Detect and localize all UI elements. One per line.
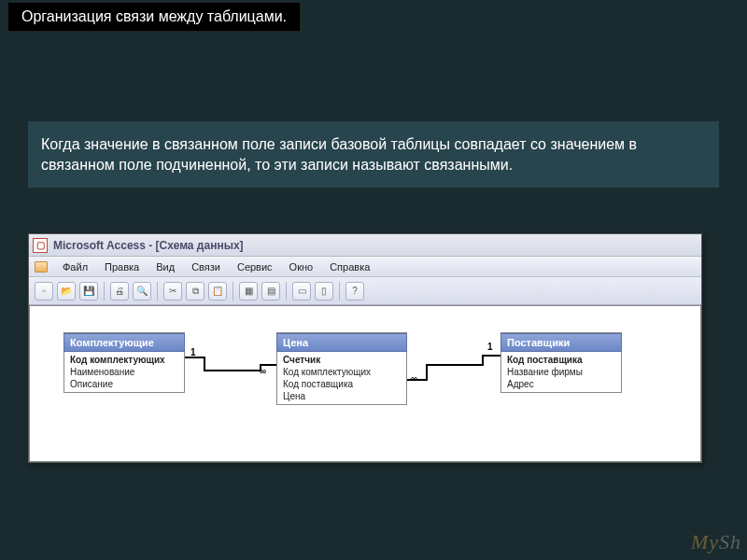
table-show-icon[interactable]: ▤ — [261, 282, 280, 301]
relation-line[interactable] — [204, 357, 205, 370]
menu-relations[interactable]: Связи — [184, 259, 228, 274]
table-row[interactable]: Цена — [281, 390, 402, 402]
relation-line[interactable] — [482, 355, 500, 357]
toolbar-separator — [286, 282, 287, 301]
copy-icon[interactable]: ⧉ — [186, 282, 204, 301]
relation-line[interactable] — [426, 364, 482, 366]
cascade-icon[interactable]: ▭ — [292, 282, 311, 301]
help-icon[interactable]: ? — [345, 282, 364, 301]
watermark: MySh — [691, 530, 741, 554]
table-add-icon[interactable]: ▦ — [239, 282, 258, 301]
table-row[interactable]: Код комплектующих — [68, 354, 180, 366]
menu-edit[interactable]: Правка — [97, 259, 147, 274]
watermark-part1: My — [691, 530, 719, 553]
table-row[interactable]: Счетчик — [281, 354, 402, 366]
open-icon[interactable]: 📂 — [57, 282, 76, 301]
new-icon[interactable]: ▫ — [35, 282, 53, 301]
toolbar-separator — [104, 282, 105, 301]
table-row[interactable]: Код поставщика — [505, 354, 617, 366]
menu-file[interactable]: Файл — [55, 259, 95, 274]
tile-icon[interactable]: ▯ — [315, 282, 333, 301]
paste-icon[interactable]: 📋 — [208, 282, 227, 301]
table-row[interactable]: Адрес — [505, 378, 617, 390]
menu-service[interactable]: Сервис — [230, 259, 280, 274]
table-body: Код комплектующих Наименование Описание — [63, 352, 185, 393]
schema-canvas[interactable]: Комплектующие Код комплектующих Наименов… — [29, 305, 701, 462]
menu-view[interactable]: Вид — [148, 259, 182, 274]
window-control-icon[interactable] — [35, 261, 48, 273]
relation-line[interactable] — [426, 364, 428, 381]
menu-window[interactable]: Окно — [282, 259, 321, 274]
preview-icon[interactable]: 🔍 — [133, 282, 151, 301]
watermark-part2: Sh — [719, 530, 741, 553]
table-body: Счетчик Код комплектующих Код поставщика… — [276, 352, 407, 405]
menubar: Файл Правка Вид Связи Сервис Окно Справк… — [29, 257, 701, 277]
table-row[interactable]: Название фирмы — [505, 366, 617, 378]
relation-line[interactable] — [185, 357, 204, 358]
table-row[interactable]: Код поставщика — [281, 378, 402, 390]
print-icon[interactable]: 🖨 — [110, 282, 129, 301]
menu-help[interactable]: Справка — [322, 259, 377, 274]
table-body: Код поставщика Название фирмы Адрес — [500, 352, 622, 393]
access-app-icon: ▢ — [33, 238, 48, 253]
window-titlebar: ▢ Microsoft Access - [Схема данных] — [29, 234, 701, 257]
toolbar: ▫ 📂 💾 🖨 🔍 ✂ ⧉ 📋 ▦ ▤ ▭ ▯ ? — [29, 277, 701, 305]
slide-title: Организация связи между таблицами. — [7, 2, 301, 32]
table-row[interactable]: Описание — [68, 378, 180, 390]
table-box-postavshchiki[interactable]: Поставщики Код поставщика Название фирмы… — [500, 332, 622, 393]
table-row[interactable]: Код комплектующих — [281, 366, 402, 378]
table-header[interactable]: Поставщики — [500, 333, 622, 352]
window-title: Microsoft Access - [Схема данных] — [53, 239, 244, 252]
toolbar-separator — [339, 282, 340, 301]
slide-description: Когда значение в связанном поле записи б… — [28, 121, 719, 188]
access-window: ▢ Microsoft Access - [Схема данных] Файл… — [28, 233, 702, 463]
table-header[interactable]: Цена — [276, 333, 407, 352]
save-icon[interactable]: 💾 — [79, 282, 98, 301]
toolbar-separator — [233, 282, 233, 301]
toolbar-separator — [157, 282, 158, 301]
cut-icon[interactable]: ✂ — [163, 282, 182, 301]
table-header[interactable]: Комплектующие — [63, 333, 185, 352]
relation-many-label: ∞ — [260, 366, 266, 376]
table-box-tsena[interactable]: Цена Счетчик Код комплектующих Код поста… — [276, 332, 407, 405]
relation-line[interactable] — [204, 370, 260, 371]
table-box-komplektuyushchie[interactable]: Комплектующие Код комплектующих Наименов… — [63, 332, 185, 393]
relation-line[interactable] — [407, 379, 426, 381]
relation-one-label: 1 — [487, 342, 493, 352]
table-row[interactable]: Наименование — [68, 366, 180, 378]
